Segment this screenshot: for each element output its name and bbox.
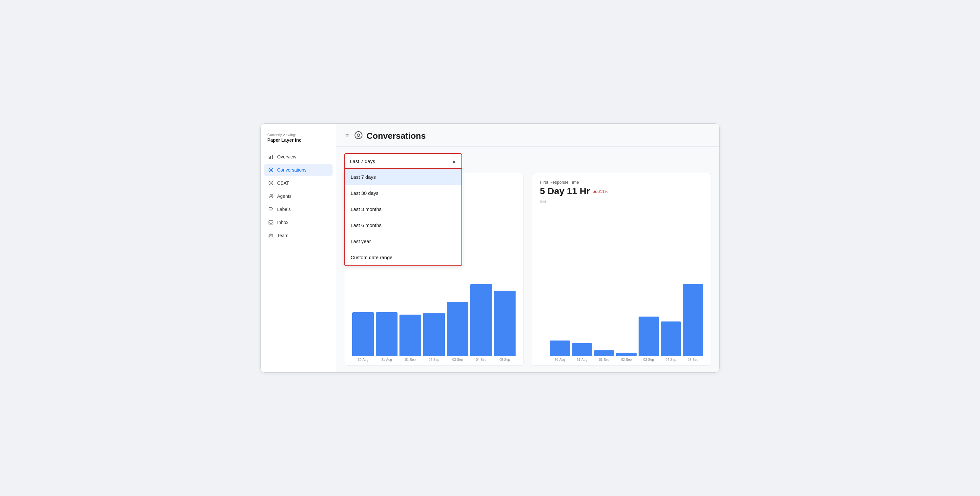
bar-group: 04-Sep (661, 321, 681, 361)
dropdown-option-last7[interactable]: Last 7 days (345, 169, 461, 185)
sidebar-item-conversations[interactable]: Conversations (264, 164, 332, 176)
sidebar-item-team[interactable]: Team (264, 229, 332, 242)
team-icon (268, 232, 274, 238)
right-chart-title: First Response Time (540, 180, 703, 185)
bar-label: 04-Sep (665, 358, 676, 361)
bar (683, 284, 703, 356)
bar (639, 316, 659, 356)
agents-label: Agents (277, 194, 291, 199)
chevron-up-icon: ▲ (452, 159, 456, 164)
label-icon (268, 206, 274, 212)
trend-up-icon (593, 190, 597, 192)
sidebar-item-csat[interactable]: CSAT (264, 177, 332, 189)
dropdown-option-custom[interactable]: Custom date range (345, 249, 461, 265)
bar-group: 03-Sep (639, 316, 659, 361)
bar-group: 01-Sep (399, 315, 421, 361)
org-name: Paper Layer Inc (267, 137, 329, 143)
bar-label: 02-Sep (429, 358, 439, 361)
bar-group: 01-Sep (594, 350, 614, 361)
bar-group: 31-Aug (572, 343, 592, 361)
agents-icon (268, 193, 274, 199)
bar (494, 291, 515, 356)
bar-group: 31-Aug (376, 312, 398, 361)
bar (423, 313, 445, 356)
svg-point-12 (270, 234, 272, 235)
main-content: ≡ Conversations Last 7 days ▲ Last 7 day… (336, 124, 719, 372)
dropdown-selected-value: Last 7 days (350, 159, 375, 164)
bar (572, 343, 592, 356)
sidebar-item-agents[interactable]: Agents (264, 190, 332, 202)
menu-icon[interactable]: ≡ (345, 132, 349, 140)
sidebar-item-inbox[interactable]: Inbox (264, 216, 332, 229)
dropdown-option-last6m[interactable]: Last 6 months (345, 217, 461, 233)
svg-rect-11 (269, 221, 273, 224)
bar (399, 315, 421, 356)
bar-label: 05-Sep (688, 358, 698, 361)
bar-label: 04-Sep (476, 358, 487, 361)
inbox-icon (268, 219, 274, 225)
bar-label: 05-Sep (500, 358, 510, 361)
overview-label: Overview (277, 154, 296, 159)
bar (376, 312, 398, 356)
csat-label: CSAT (277, 180, 289, 186)
bar-group: 03-Sep (447, 302, 468, 361)
bar-group: 05-Sep (683, 284, 703, 361)
svg-point-16 (357, 134, 360, 137)
svg-point-6 (270, 183, 270, 183)
bar-label: 30-Aug (358, 358, 368, 361)
svg-point-5 (269, 181, 273, 185)
bar-label: 03-Sep (643, 358, 654, 361)
app-container: Currently viewing: Paper Layer Inc Overv… (261, 123, 719, 373)
main-header: ≡ Conversations (336, 124, 719, 147)
bar-label: 31-Aug (577, 358, 587, 361)
svg-point-14 (272, 235, 273, 235)
dropdown-option-last30[interactable]: Last 30 days (345, 185, 461, 201)
sidebar-item-labels[interactable]: Labels (264, 203, 332, 216)
bar-group: 30-Aug (352, 312, 374, 361)
svg-point-13 (269, 235, 270, 235)
bar (470, 284, 492, 356)
svg-point-15 (355, 132, 362, 139)
svg-rect-1 (270, 156, 271, 159)
bar (447, 302, 468, 356)
right-chart-card: First Response Time 5 Day 11 Hr 611% 34d… (531, 173, 711, 366)
svg-point-10 (270, 209, 270, 210)
team-label: Team (277, 233, 288, 238)
svg-point-9 (272, 194, 273, 196)
bar (550, 340, 570, 356)
svg-point-7 (271, 183, 272, 183)
dropdown-option-lastyear[interactable]: Last year (345, 233, 461, 249)
svg-point-8 (270, 194, 272, 196)
svg-rect-2 (272, 155, 273, 159)
sidebar-item-overview[interactable]: Overview (264, 151, 332, 163)
bar-group: 05-Sep (494, 291, 515, 361)
smile-icon (268, 180, 274, 186)
chart-icon (268, 154, 274, 160)
labels-label: Labels (277, 207, 291, 212)
dashboard: Last 7 days ▲ Last 7 days Last 30 days L… (336, 147, 719, 372)
inbox-label: Inbox (277, 220, 288, 225)
sidebar-navigation: Overview Conversations (261, 151, 336, 242)
right-bar-chart: 30-Aug31-Aug01-Sep02-Sep03-Sep04-Sep05-S… (540, 197, 703, 361)
bar-group: 04-Sep (470, 284, 492, 361)
date-range-dropdown[interactable]: Last 7 days ▲ Last 7 days Last 30 days L… (344, 153, 711, 169)
bar (594, 350, 614, 356)
dropdown-option-last3m[interactable]: Last 3 months (345, 201, 461, 217)
bar-label: 01-Sep (599, 358, 609, 361)
bar (616, 353, 636, 356)
bar-label: 02-Sep (621, 358, 632, 361)
svg-point-4 (270, 169, 272, 171)
bar-label: 31-Aug (382, 358, 392, 361)
bar-label: 30-Aug (555, 358, 565, 361)
bar (352, 312, 374, 356)
bar-group: 30-Aug (550, 340, 570, 361)
right-chart-badge: 611% (593, 189, 608, 194)
bar-group: 02-Sep (616, 353, 636, 361)
svg-point-3 (269, 168, 273, 172)
bar-group: 02-Sep (423, 313, 445, 361)
dropdown-menu: Last 7 days Last 30 days Last 3 months L… (344, 169, 462, 266)
dropdown-trigger[interactable]: Last 7 days ▲ (344, 153, 462, 169)
currently-viewing-label: Currently viewing: (267, 133, 329, 137)
sidebar-header: Currently viewing: Paper Layer Inc (261, 133, 336, 151)
svg-rect-0 (269, 157, 270, 159)
